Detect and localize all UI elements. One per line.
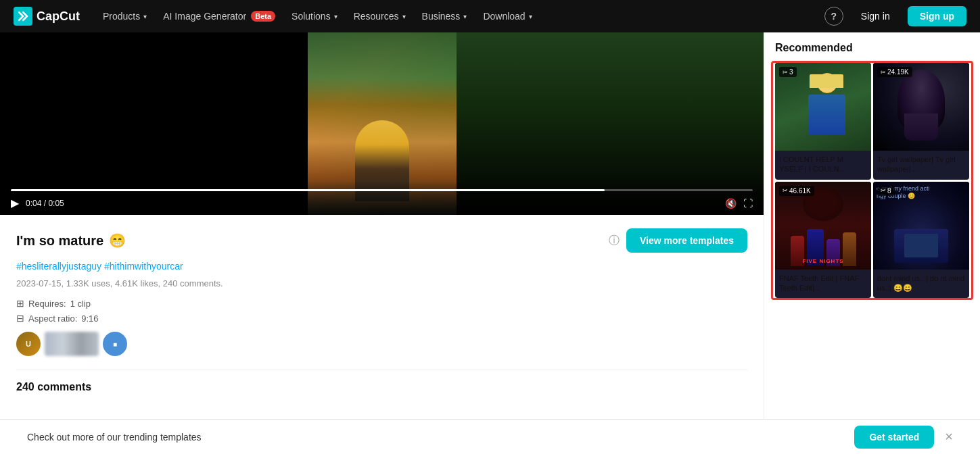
nav-download[interactable]: Download ▾ [476, 7, 538, 26]
scissors-icon: ✂ [783, 69, 788, 76]
main-content: ▶ 0:04 / 0:05 🔇 ⛶ [0, 32, 980, 454]
nav-solutions[interactable]: Solutions ▾ [285, 7, 344, 26]
logo-text: CapCut [37, 9, 80, 24]
play-button[interactable]: ▶ [11, 197, 19, 209]
rec-label-1: I COULNT HELP M YSELF | I COULN... [775, 151, 871, 180]
hashtags: #hesliterallyjustaguy #hithimwithyourcar [16, 261, 747, 272]
recommended-grid: ✂ 3 I COULNT HELP M YSELF | I COULN... ✂ [773, 63, 971, 298]
chevron-down-icon: ▾ [334, 13, 337, 20]
scissors-icon: ✂ [881, 187, 886, 194]
controls-right: 🔇 ⛶ [725, 198, 753, 209]
fnaf-label: FIVE NIGHTS [775, 258, 871, 264]
rec-card-3[interactable]: FIVE NIGHTS ✂ 46.61K FNAF Teeth Edit | F… [775, 182, 871, 299]
avatar-row: U ■ [16, 332, 747, 356]
close-banner-button[interactable]: × [945, 429, 953, 445]
help-button[interactable]: ? [824, 7, 843, 26]
fullscreen-button[interactable]: ⛶ [743, 198, 753, 209]
avatar-colored: ■ [103, 332, 127, 356]
title-actions: ⓘ View more templates [609, 228, 747, 253]
nav-ai-generator[interactable]: AI Image Generator Beta [156, 7, 282, 26]
rec-label-4: dont mind us.. | do nt mind us..| 😄😄 [873, 270, 969, 299]
signup-button[interactable]: Sign up [908, 6, 966, 26]
time-display: 0:04 / 0:05 [26, 199, 64, 208]
rec-card-4[interactable]: e and my friend acti ngy couple 😊 ✂ 8 do… [873, 182, 969, 299]
rec-badge-2: ✂ 24.19K [877, 67, 912, 77]
meta-info: 2023-07-15, 1.33K uses, 4.61K likes, 240… [16, 278, 747, 288]
rec-label-2: Tv girl wallpaper| Tv girl wallpaper|... [873, 151, 969, 180]
clips-row: ⊞ Requires: 1 clip [16, 298, 747, 309]
progress-bar-fill [11, 189, 605, 191]
title-emoji: 😁 [109, 232, 126, 249]
progress-bar[interactable] [11, 189, 753, 191]
recommended-grid-wrapper: ✂ 3 I COULNT HELP M YSELF | I COULN... ✂ [771, 61, 973, 300]
mute-button[interactable]: 🔇 [725, 198, 737, 209]
beta-badge: Beta [251, 11, 275, 22]
nav-resources[interactable]: Resources ▾ [347, 7, 413, 26]
video-title: I'm so mature 😁 [16, 232, 126, 249]
avatar: U [16, 332, 41, 356]
rec-badge-1: ✂ 3 [779, 67, 797, 77]
info-icon[interactable]: ⓘ [609, 234, 620, 248]
chevron-down-icon: ▾ [529, 13, 532, 20]
video-player: ▶ 0:04 / 0:05 🔇 ⛶ [0, 32, 764, 215]
rec-card-4-image: e and my friend acti ngy couple 😊 ✂ 8 [873, 182, 969, 270]
rec-label-3: FNAF Teeth Edit | FNAF Teeth Edit|... [775, 270, 871, 299]
chevron-down-icon: ▾ [402, 13, 406, 20]
recommended-header: Recommended [764, 32, 980, 61]
rec-card-3-image: FIVE NIGHTS ✂ 46.61K [775, 182, 871, 270]
signin-button[interactable]: Sign in [851, 7, 900, 26]
aspect-row: ⊟ Aspect ratio: 9:16 [16, 313, 747, 324]
bottom-banner: Check out more of our trending templates… [0, 419, 980, 454]
rec-badge-3: ✂ 46.61K [779, 186, 814, 196]
video-controls: ▶ 0:04 / 0:05 🔇 ⛶ [0, 181, 764, 215]
left-panel: ▶ 0:04 / 0:05 🔇 ⛶ [0, 32, 764, 454]
scissors-icon: ✂ [783, 187, 788, 194]
chevron-down-icon: ▾ [463, 13, 467, 20]
controls-row: ▶ 0:04 / 0:05 🔇 ⛶ [11, 197, 753, 209]
view-templates-button[interactable]: View more templates [626, 228, 747, 253]
comments-title: 240 comments [16, 370, 747, 393]
avatar-blurred [45, 332, 99, 356]
nav-products[interactable]: Products ▾ [96, 7, 154, 26]
rec-card-1-image: ✂ 3 [775, 63, 871, 151]
rec-card-2-image: ✂ 24.19K [873, 63, 969, 151]
get-started-button[interactable]: Get started [854, 426, 934, 449]
nav-business[interactable]: Business ▾ [415, 7, 474, 26]
nav-right: ? Sign in Sign up [824, 6, 966, 26]
chevron-down-icon: ▾ [143, 13, 147, 20]
clips-icon: ⊞ [16, 298, 24, 309]
controls-left: ▶ 0:04 / 0:05 [11, 197, 64, 209]
rec-card-1[interactable]: ✂ 3 I COULNT HELP M YSELF | I COULN... [775, 63, 871, 180]
logo[interactable]: CapCut [14, 7, 80, 26]
info-section: I'm so mature 😁 ⓘ View more templates #h… [0, 215, 764, 370]
banner-actions: Get started × [854, 426, 953, 449]
rec-badge-4: ✂ 8 [877, 186, 895, 196]
navbar: CapCut Products ▾ AI Image Generator Bet… [0, 0, 980, 32]
banner-text: Check out more of our trending templates [27, 432, 202, 443]
aspect-icon: ⊟ [16, 313, 24, 324]
title-row: I'm so mature 😁 ⓘ View more templates [16, 228, 747, 253]
scissors-icon: ✂ [881, 69, 886, 76]
right-panel: Recommended [764, 32, 980, 454]
rec-card-2[interactable]: ✂ 24.19K Tv girl wallpaper| Tv girl wall… [873, 63, 969, 180]
nav-links: Products ▾ AI Image Generator Beta Solut… [96, 7, 808, 26]
comments-section: 240 comments [0, 370, 764, 393]
